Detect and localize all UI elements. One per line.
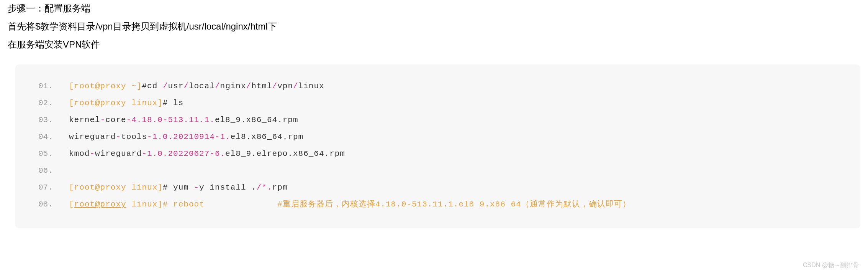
code-line: 08. [root@proxy linux]# reboot #重启服务器后，内…	[38, 196, 837, 213]
code-line: 02. [root@proxy linux]# ls	[38, 95, 837, 112]
code-line: 07. [root@proxy linux]# yum -y install .…	[38, 179, 837, 196]
line-number: 08.	[38, 196, 69, 213]
line-number: 05.	[38, 145, 69, 162]
code-block: 01. [root@proxy ~]#cd /usr/local/nginx/h…	[15, 64, 860, 229]
intro-text: 步骤一：配置服务端 首先将$教学资料目录/vpn目录拷贝到虚拟机/usr/loc…	[0, 0, 868, 53]
user-link[interactable]: root@proxy	[74, 200, 126, 209]
code-content: [root@proxy linux]# yum -y install ./*.r…	[69, 179, 288, 196]
code-line: 03. kernel-core-4.18.0-513.11.1.el8_9.x8…	[38, 112, 837, 129]
code-line: 06.	[38, 162, 837, 179]
step-instruction-2: 在服务端安装VPN软件	[8, 36, 860, 53]
code-content: [root@proxy linux]# reboot #重启服务器后，内核选择4…	[69, 196, 631, 213]
code-content: [root@proxy linux]# ls	[69, 95, 183, 112]
step-instruction-1: 首先将$教学资料目录/vpn目录拷贝到虚拟机/usr/local/nginx/h…	[8, 18, 860, 35]
line-number: 06.	[38, 162, 69, 179]
line-number: 01.	[38, 78, 69, 95]
code-content: kmod-wireguard-1.0.20220627-6.el8_9.elre…	[69, 145, 345, 162]
line-number: 07.	[38, 179, 69, 196]
code-line: 04. wireguard-tools-1.0.20210914-1.el8.x…	[38, 129, 837, 145]
code-content: kernel-core-4.18.0-513.11.1.el8_9.x86_64…	[69, 112, 298, 129]
step-title: 步骤一：配置服务端	[8, 0, 860, 17]
line-number: 04.	[38, 129, 69, 145]
line-number: 03.	[38, 112, 69, 129]
code-content: wireguard-tools-1.0.20210914-1.el8.x86_6…	[69, 129, 303, 145]
line-number: 02.	[38, 95, 69, 112]
code-content: [root@proxy ~]#cd /usr/local/nginx/html/…	[69, 78, 324, 95]
code-line: 01. [root@proxy ~]#cd /usr/local/nginx/h…	[38, 78, 837, 95]
code-line: 05. kmod-wireguard-1.0.20220627-6.el8_9.…	[38, 145, 837, 162]
